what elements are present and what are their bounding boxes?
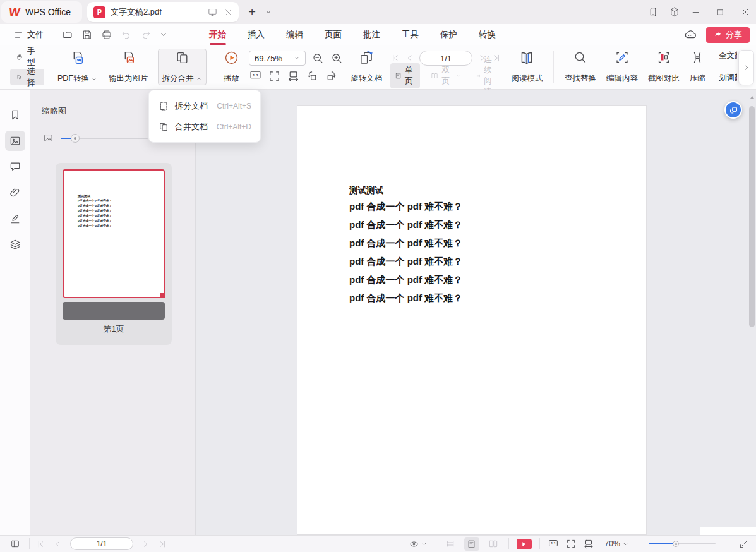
rotate-left-icon[interactable] xyxy=(306,69,319,83)
fit-page-icon[interactable] xyxy=(268,69,281,83)
layers-icon xyxy=(9,238,21,251)
floating-convert-button[interactable] xyxy=(724,101,742,119)
tab-list-chevron-icon[interactable] xyxy=(260,4,277,20)
zoom-out-icon[interactable] xyxy=(311,52,325,65)
tab-close-icon[interactable] xyxy=(224,8,232,16)
last-page-icon[interactable] xyxy=(158,539,167,549)
continuous-read-icon[interactable] xyxy=(443,537,458,551)
word-translate-button[interactable]: 文A 划词翻译 xyxy=(716,72,737,84)
menu-item-split-document[interactable]: 拆分文档 Ctrl+Alt+S xyxy=(149,95,260,116)
slider-handle[interactable] xyxy=(71,134,80,143)
statusbar-page-input[interactable] xyxy=(70,537,133,550)
fit-width-icon[interactable] xyxy=(287,69,300,83)
bookmarks-panel-button[interactable] xyxy=(5,105,25,125)
menu-tab-edit[interactable]: 编辑 xyxy=(275,24,314,45)
ribbon-expand-button[interactable] xyxy=(738,50,754,85)
fit-width-icon[interactable] xyxy=(583,538,594,549)
menu-item-merge-document[interactable]: 合并文档 Ctrl+Alt+D xyxy=(149,116,260,137)
next-page-icon[interactable] xyxy=(141,539,150,549)
quickbar-chevron-icon[interactable] xyxy=(160,31,167,39)
rotate-right-icon[interactable] xyxy=(325,69,338,83)
prev-page-icon[interactable] xyxy=(53,539,63,549)
actual-size-icon[interactable]: 1:1 xyxy=(249,68,262,83)
new-tab-button[interactable]: + xyxy=(244,4,260,20)
scrollbar-thumb[interactable] xyxy=(749,106,755,327)
select-tool-button[interactable]: 选择 xyxy=(10,69,44,85)
layers-panel-button[interactable] xyxy=(5,234,25,255)
rotate-document-icon xyxy=(358,50,375,66)
hand-tool-button[interactable]: 手型 xyxy=(10,49,44,65)
wps-office-window: W WPS Office P 文字文稿2.pdf + xyxy=(0,0,756,552)
single-page-view-icon[interactable] xyxy=(464,537,479,551)
page-thumbnail-card[interactable]: 测试测试 pdf 合成一个 pdf 难不难？ pdf 合成一个 pdf 难不难？… xyxy=(56,163,172,345)
zoom-out-minus-icon[interactable] xyxy=(635,540,643,548)
scroll-up-icon[interactable] xyxy=(750,95,755,100)
find-replace-button[interactable]: 查找替换 xyxy=(560,49,601,85)
document-area[interactable]: 测试测试 pdf 合成一个 pdf 难不难？ pdf 合成一个 pdf 难不难？… xyxy=(196,90,756,535)
view-options-button[interactable] xyxy=(409,539,427,549)
share-button[interactable]: 分享 xyxy=(706,27,750,43)
output-as-image-button[interactable]: 输出为图片 xyxy=(104,49,153,85)
menu-tab-insert[interactable]: 插入 xyxy=(237,24,275,45)
play-button[interactable]: 播放 xyxy=(219,49,244,85)
menu-tab-comment[interactable]: 批注 xyxy=(352,24,391,45)
redo-icon[interactable] xyxy=(140,29,152,40)
mobile-device-icon[interactable] xyxy=(645,4,661,20)
page-thumbnail[interactable]: 测试测试 pdf 合成一个 pdf 难不难？ pdf 合成一个 pdf 难不难？… xyxy=(63,169,165,298)
signature-panel-button[interactable] xyxy=(5,208,25,229)
prev-page-icon[interactable] xyxy=(405,53,415,63)
menu-tab-page[interactable]: 页面 xyxy=(314,24,352,45)
open-folder-icon[interactable] xyxy=(62,29,73,40)
zoom-in-icon[interactable] xyxy=(330,52,344,65)
zoom-slider[interactable] xyxy=(649,543,716,544)
first-page-icon[interactable] xyxy=(36,539,45,549)
actual-size-icon[interactable]: 1:1 xyxy=(548,537,559,551)
menu-tab-home[interactable]: 开始 xyxy=(198,24,237,45)
zoom-level-combobox[interactable]: 69.75% xyxy=(249,51,306,66)
toggle-sidebar-icon[interactable] xyxy=(8,537,23,551)
minimize-button[interactable] xyxy=(692,8,700,16)
zoom-slider-handle[interactable] xyxy=(673,541,679,547)
rotate-document-button[interactable]: 旋转文档 xyxy=(346,49,387,85)
single-page-view-button[interactable]: 单页 xyxy=(390,63,421,88)
fulltext-translate-button[interactable]: A文 全文翻译 xyxy=(716,50,737,62)
pdf-convert-button[interactable]: PDF转换 xyxy=(53,49,102,85)
first-page-icon[interactable] xyxy=(390,53,400,63)
fit-page-icon[interactable] xyxy=(565,538,577,549)
cube-apps-icon[interactable] xyxy=(666,4,683,20)
comments-panel-button[interactable] xyxy=(5,157,25,177)
document-tab[interactable]: P 文字文稿2.pdf xyxy=(87,2,239,22)
double-page-view-button[interactable]: 双页 xyxy=(426,63,465,88)
split-merge-button[interactable]: 拆分合并 xyxy=(158,49,207,85)
screenshot-compare-button[interactable]: 截图对比 xyxy=(644,49,684,85)
pdf-page[interactable]: 测试测试 pdf 合成一个 pdf 难不难？ pdf 合成一个 pdf 难不难？… xyxy=(297,105,647,535)
menu-tab-protect[interactable]: 保护 xyxy=(429,24,468,45)
file-menu-button[interactable]: 文件 xyxy=(9,27,49,43)
thumbnails-panel-button[interactable] xyxy=(5,131,25,151)
undo-icon[interactable] xyxy=(121,29,132,40)
maximize-button[interactable] xyxy=(716,8,724,16)
fullscreen-icon[interactable] xyxy=(739,539,748,549)
chevron-up-icon xyxy=(196,76,202,82)
play-presentation-button[interactable] xyxy=(517,539,532,549)
read-mode-button[interactable]: 阅读模式 xyxy=(507,49,547,85)
split-document-icon xyxy=(158,100,169,112)
vertical-scrollbar[interactable] xyxy=(749,93,755,535)
menu-tabs: 开始 插入 编辑 页面 批注 工具 保护 转换 xyxy=(198,24,507,45)
menu-tab-convert[interactable]: 转换 xyxy=(468,24,507,45)
thumbnail-size-slider[interactable] xyxy=(61,138,148,139)
app-logo[interactable]: W WPS Office xyxy=(1,1,82,23)
menubar: 文件 开始 插入 编辑 xyxy=(0,24,756,45)
zoom-in-plus-icon[interactable] xyxy=(722,540,730,548)
print-icon[interactable] xyxy=(101,29,112,40)
edit-content-button[interactable]: 编辑内容 xyxy=(602,49,642,85)
double-page-view-icon[interactable] xyxy=(486,537,501,551)
compress-button[interactable]: 压缩 xyxy=(685,49,710,85)
attachments-panel-button[interactable] xyxy=(5,183,25,203)
monitor-icon[interactable] xyxy=(207,7,218,18)
close-button[interactable] xyxy=(741,8,750,16)
save-icon[interactable] xyxy=(81,29,93,40)
menu-tab-tools[interactable]: 工具 xyxy=(391,24,429,45)
cloud-sync-icon[interactable] xyxy=(683,28,697,42)
zoom-level-button[interactable]: 70% xyxy=(604,539,628,548)
